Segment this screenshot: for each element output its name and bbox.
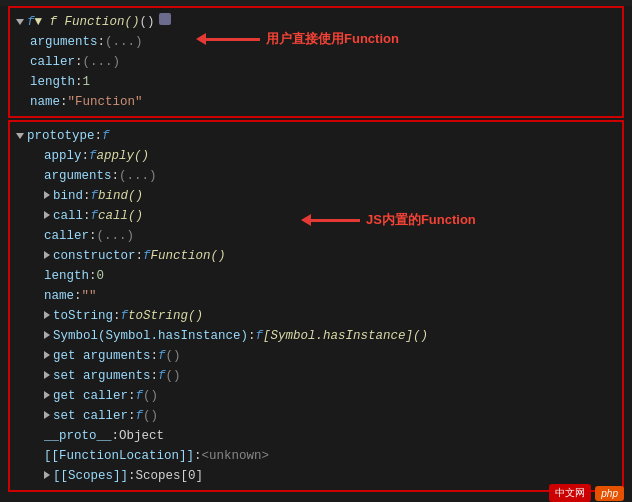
fn-name: ▼ f Function() bbox=[35, 12, 140, 32]
function-header-line[interactable]: f ▼ f Function() () bbox=[16, 12, 616, 32]
key-caller: caller bbox=[30, 52, 75, 72]
fn-parens: () bbox=[140, 12, 155, 32]
badges-container: 中文网 php bbox=[549, 484, 624, 502]
constructor-line[interactable]: constructor : f Function() bbox=[16, 246, 616, 266]
key-arguments: arguments bbox=[30, 32, 98, 52]
function-icon bbox=[159, 13, 171, 25]
get-caller-line[interactable]: get caller : f () bbox=[16, 386, 616, 406]
key-prototype: prototype bbox=[27, 126, 95, 146]
expand-get-caller[interactable] bbox=[44, 391, 50, 399]
get-arguments-line[interactable]: get arguments : f () bbox=[16, 346, 616, 366]
sep: : bbox=[75, 72, 83, 92]
expand-set-caller[interactable] bbox=[44, 411, 50, 419]
name-line: name : "Function" bbox=[16, 92, 616, 112]
val-name: "Function" bbox=[68, 92, 143, 112]
function-location-line: [[FunctionLocation]] : <unknown> bbox=[16, 446, 616, 466]
proto-proto-line: __proto__ : Object bbox=[16, 426, 616, 446]
expand-triangle-down[interactable] bbox=[16, 19, 24, 25]
val-caller: (...) bbox=[83, 52, 121, 72]
expand-proto-scopes[interactable] bbox=[44, 471, 50, 479]
expand-bind[interactable] bbox=[44, 191, 50, 199]
expand-triangle-prototype[interactable] bbox=[16, 133, 24, 139]
expand-tostring[interactable] bbox=[44, 311, 50, 319]
bottom-section: __proto__ : f () [[Scopes]] : Scopes[0] bbox=[8, 494, 624, 502]
length-line: length : 1 bbox=[16, 72, 616, 92]
val-arguments: (...) bbox=[105, 32, 143, 52]
val-length: 1 bbox=[83, 72, 91, 92]
expand-call[interactable] bbox=[44, 211, 50, 219]
expand-set-args[interactable] bbox=[44, 371, 50, 379]
apply-line: apply : f apply() bbox=[16, 146, 616, 166]
expand-get-args[interactable] bbox=[44, 351, 50, 359]
proto-name-line: name : "" bbox=[16, 286, 616, 306]
set-arguments-line[interactable]: set arguments : f () bbox=[16, 366, 616, 386]
bottom-proto-line[interactable]: __proto__ : f () bbox=[14, 498, 618, 502]
devtools-panel: f ▼ f Function() () arguments : (...) ca… bbox=[0, 6, 632, 502]
sep: : bbox=[60, 92, 68, 112]
php-badge: php bbox=[595, 486, 624, 501]
user-function-box: f ▼ f Function() () arguments : (...) ca… bbox=[8, 6, 624, 118]
symbol-line[interactable]: Symbol(Symbol.hasInstance) : f [Symbol.h… bbox=[16, 326, 616, 346]
tostring-line[interactable]: toString : f toString() bbox=[16, 306, 616, 326]
proto-caller-line: caller : (...) bbox=[16, 226, 616, 246]
proto-scopes-line[interactable]: [[Scopes]] : Scopes[0] bbox=[16, 466, 616, 486]
prototype-box: prototype : f apply : f apply() argument… bbox=[8, 120, 624, 492]
sep: : bbox=[95, 126, 103, 146]
caller-line: caller : (...) bbox=[16, 52, 616, 72]
prototype-header[interactable]: prototype : f bbox=[16, 126, 616, 146]
expand-symbol[interactable] bbox=[44, 331, 50, 339]
key-apply: apply bbox=[44, 146, 82, 166]
sep: : bbox=[98, 32, 106, 52]
key-length: length bbox=[30, 72, 75, 92]
set-caller-line[interactable]: set caller : f () bbox=[16, 406, 616, 426]
bind-line[interactable]: bind : f bind() bbox=[16, 186, 616, 206]
key-name: name bbox=[30, 92, 60, 112]
sep: : bbox=[75, 52, 83, 72]
proto-length-line: length : 0 bbox=[16, 266, 616, 286]
cn-badge: 中文网 bbox=[549, 484, 591, 502]
proto-arguments-line: arguments : (...) bbox=[16, 166, 616, 186]
expand-constructor[interactable] bbox=[44, 251, 50, 259]
proto-f: f bbox=[102, 126, 110, 146]
call-line[interactable]: call : f call() bbox=[16, 206, 616, 226]
arguments-line: arguments : (...) bbox=[16, 32, 616, 52]
fn-keyword: f bbox=[27, 12, 35, 32]
